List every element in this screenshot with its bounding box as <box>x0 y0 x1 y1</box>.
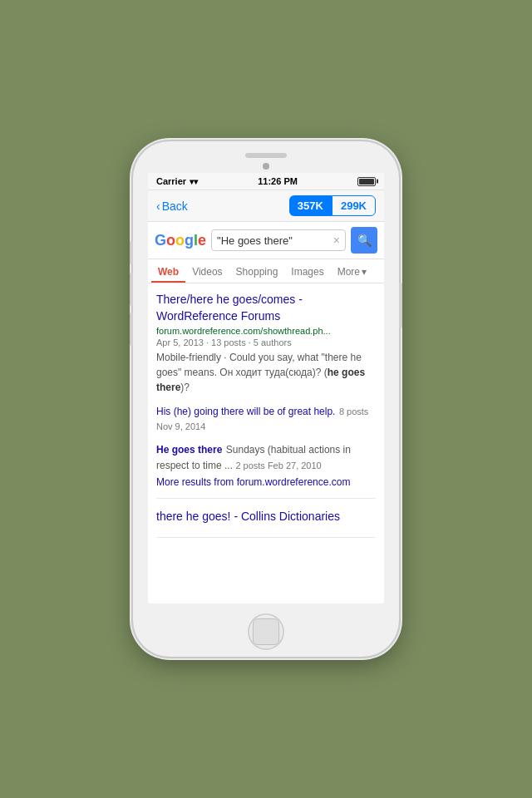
nav-count-buttons: 357K 299K <box>289 195 376 216</box>
back-button[interactable]: ‹ Back <box>156 200 188 213</box>
tab-more-chevron-icon: ▾ <box>362 266 367 278</box>
sub-result-meta-2: 2 posts Feb 27, 2010 <box>235 461 321 470</box>
result-title-2[interactable]: there he goes! - Collins Dictionaries <box>156 509 376 525</box>
sub-result-title-1[interactable]: His (he) going there will be of great he… <box>156 406 335 417</box>
count-button-2[interactable]: 299K <box>332 195 376 216</box>
search-clear-button[interactable]: × <box>333 234 340 247</box>
home-button-inner <box>253 618 279 645</box>
phone-screen: Carrier ▾▾ 11:26 PM ‹ Back 357K 299K Goo… <box>148 173 384 603</box>
count-button-1[interactable]: 357K <box>289 195 332 216</box>
sub-result-2: He goes there Sundays (habitual actions … <box>156 438 376 473</box>
search-query-text: "He goes there" <box>217 234 333 247</box>
battery-icon <box>357 177 376 186</box>
result-card-1: There/here he goes/comes - WordReference… <box>156 292 376 499</box>
status-time: 11:26 PM <box>258 176 298 186</box>
volume-down-button[interactable] <box>130 313 133 346</box>
tab-images[interactable]: Images <box>284 259 330 283</box>
power-button[interactable] <box>399 283 402 328</box>
back-chevron-icon: ‹ <box>156 200 160 213</box>
search-button[interactable]: 🔍 <box>351 227 377 254</box>
search-bar: Google "He goes there" × 🔍 <box>148 222 384 259</box>
search-results: There/here he goes/comes - WordReference… <box>148 283 384 603</box>
tab-bar: Web Videos Shopping Images More ▾ <box>148 259 384 283</box>
result-meta-1: Apr 5, 2013 · 13 posts · 5 authors <box>156 337 376 347</box>
tab-more-label: More <box>337 266 360 278</box>
search-input-wrap[interactable]: "He goes there" × <box>211 229 346 251</box>
result-card-2: there he goes! - Collins Dictionaries <box>156 509 376 538</box>
front-camera <box>263 163 269 170</box>
tab-more[interactable]: More ▾ <box>331 259 373 283</box>
status-left: Carrier ▾▾ <box>156 176 198 186</box>
tab-images-label: Images <box>291 266 323 278</box>
more-results-link-1[interactable]: More results from forum.wordreference.co… <box>156 476 376 488</box>
result-snippet-1: Mobile-friendly · Could you say, what "t… <box>156 350 376 395</box>
volume-up-button[interactable] <box>130 273 133 306</box>
result-url-1: forum.wordreference.com/showthread.ph... <box>156 326 376 336</box>
phone-top <box>133 141 399 170</box>
sub-result-title-2[interactable]: He goes there <box>156 444 222 456</box>
tab-shopping[interactable]: Shopping <box>229 259 285 283</box>
tab-web[interactable]: Web <box>151 259 185 283</box>
back-label: Back <box>162 200 188 213</box>
wifi-icon: ▾▾ <box>190 177 198 186</box>
google-logo: Google <box>155 232 206 249</box>
tab-videos-label: Videos <box>192 266 222 278</box>
result-title-1[interactable]: There/here he goes/comes - WordReference… <box>156 292 376 324</box>
tab-shopping-label: Shopping <box>236 266 278 278</box>
phone-frame: Carrier ▾▾ 11:26 PM ‹ Back 357K 299K Goo… <box>133 141 399 657</box>
carrier-label: Carrier <box>156 176 186 186</box>
status-bar: Carrier ▾▾ 11:26 PM <box>148 173 384 190</box>
tab-web-label: Web <box>158 266 179 278</box>
nav-bar: ‹ Back 357K 299K <box>148 190 384 222</box>
mute-button[interactable] <box>130 241 133 264</box>
tab-videos[interactable]: Videos <box>185 259 229 283</box>
speaker-grille <box>245 153 287 158</box>
search-magnifier-icon: 🔍 <box>357 234 372 247</box>
home-button[interactable] <box>248 613 284 650</box>
sub-result-1: His (he) going there will be of great he… <box>156 400 376 433</box>
